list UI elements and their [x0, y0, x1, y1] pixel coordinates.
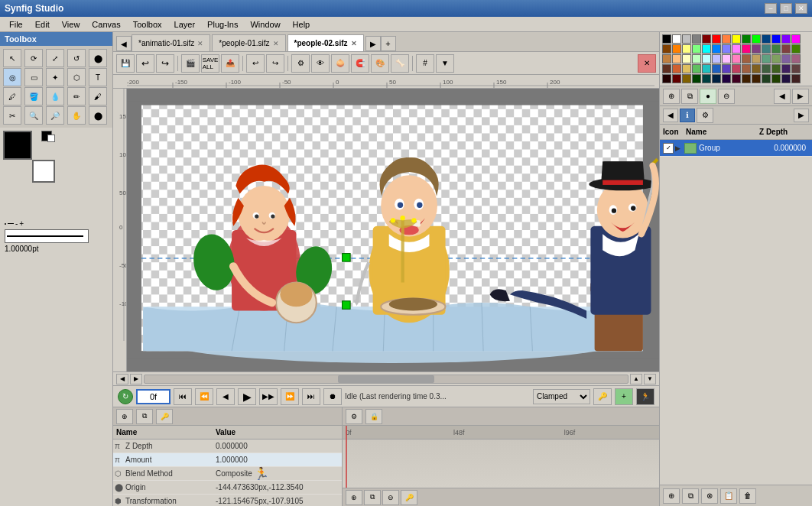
layer-info-btn[interactable]: ℹ [680, 109, 695, 122]
swatch-orange[interactable] [722, 34, 731, 44]
swatch-moss[interactable] [791, 44, 801, 54]
param-row-blend[interactable]: ⬡ Blend Method Composite 🏃 [113, 467, 342, 481]
swatch-vdarkred2[interactable] [791, 74, 801, 83]
swatch-maroon[interactable] [702, 34, 711, 44]
tool-brush[interactable]: 🖌 [89, 87, 107, 105]
rt-circle-btn[interactable]: ● [700, 89, 716, 104]
swatch-dustbrown[interactable] [791, 64, 801, 73]
color-picker-btn[interactable]: 🎨 [371, 54, 389, 73]
swatch-red[interactable] [712, 34, 721, 44]
anim-mode-btn[interactable]: 🏃 [636, 388, 654, 405]
properties-btn[interactable]: ⚙ [291, 54, 310, 73]
swatch-fern[interactable] [771, 64, 781, 73]
swatch-vdarkred[interactable] [662, 74, 671, 83]
tab-nav-forward[interactable]: ▶ [365, 36, 381, 51]
swatch-sienna[interactable] [742, 54, 751, 63]
swatch-ltpurple[interactable] [722, 44, 731, 54]
rt-add-btn[interactable]: ⊕ [663, 89, 680, 104]
swatch-yellow[interactable] [732, 34, 741, 44]
scroll-right-btn[interactable]: ▶ [130, 374, 142, 384]
swatch-bronze[interactable] [752, 64, 761, 73]
swatch-green[interactable] [742, 34, 751, 44]
next-frame-btn[interactable]: ▶▶ [259, 388, 278, 405]
menu-help[interactable]: Help [287, 18, 317, 31]
swatch-cornblue[interactable] [712, 64, 721, 73]
swatch-ltyellow[interactable] [682, 44, 691, 54]
menu-canvas[interactable]: Canvas [86, 18, 126, 31]
rt-nav-back[interactable]: ◀ [774, 89, 791, 104]
skip-end-btn[interactable]: ⏭ [302, 388, 320, 405]
rt-nav-fwd[interactable]: ▶ [792, 89, 809, 104]
keyframe-btn[interactable]: 🔑 [593, 388, 612, 405]
layer-nav-back[interactable]: ◀ [663, 109, 678, 122]
plus-icon[interactable]: + [19, 219, 24, 228]
tool-feather[interactable]: 🖊 [3, 87, 21, 105]
swatch-hotpink[interactable] [742, 44, 751, 54]
rp-merge-btn[interactable]: ⊗ [701, 488, 718, 504]
record-btn[interactable]: ⏺ [323, 388, 342, 405]
rp-paste-btn[interactable]: 📋 [720, 488, 737, 504]
render-all-btn[interactable]: SAVEALL [201, 54, 219, 73]
swatch-mauve[interactable] [791, 54, 801, 63]
tool-zoom-out[interactable]: 🔎 [46, 106, 64, 125]
swatch-teal[interactable] [762, 44, 771, 54]
tl-dup-btn[interactable]: ⧉ [364, 490, 381, 505]
swatch-gray[interactable] [692, 34, 701, 44]
v-scroll-up[interactable]: ▲ [630, 374, 642, 384]
swatch-vdarkgrn[interactable] [762, 74, 771, 83]
undo-btn[interactable]: ↩ [136, 54, 154, 73]
param-row-transform[interactable]: ⬢ Transformation -121.154675px,-107.9105 [113, 495, 342, 506]
tool-sketch[interactable]: ✏ [67, 87, 86, 105]
swatch-rose[interactable] [732, 54, 741, 63]
swatch-sage[interactable] [771, 54, 781, 63]
swatch-blue[interactable] [771, 34, 781, 44]
swatch-dustyrose[interactable] [781, 44, 791, 54]
swatch-medgreen[interactable] [692, 64, 701, 73]
swatch-purple[interactable] [781, 34, 791, 44]
prev-frame-btn[interactable]: ◀ [216, 388, 235, 405]
swatch-vdarkrose[interactable] [732, 74, 741, 83]
swatch-gold[interactable] [682, 64, 691, 73]
skip-start-btn[interactable]: ⏮ [174, 388, 192, 405]
swatch-ltcyan[interactable] [702, 54, 711, 63]
rt-dup-btn[interactable]: ⧉ [681, 89, 698, 104]
tab-animatic-close[interactable]: ✕ [197, 40, 203, 47]
canvas-drawing-area[interactable] [127, 89, 659, 371]
swatch-seagreen[interactable] [762, 54, 771, 63]
swatch-darkyellow[interactable] [682, 74, 691, 83]
tl-lock-btn[interactable]: 🔒 [365, 409, 382, 424]
view-btn[interactable]: 👁 [311, 54, 330, 73]
tool-rectangle[interactable]: ▭ [24, 68, 43, 86]
tool-node[interactable]: ⬤ [89, 106, 107, 125]
rp-add-btn[interactable]: ⊕ [663, 488, 680, 504]
export-btn[interactable]: 📤 [221, 54, 239, 73]
menu-file[interactable]: File [3, 18, 29, 31]
swatch-mint[interactable] [692, 54, 701, 63]
horizontal-scrollbar[interactable] [144, 375, 628, 384]
tool-pan[interactable]: ✋ [67, 106, 86, 125]
swatch-peach[interactable] [672, 54, 681, 63]
tool-mirror[interactable]: ⬤ [89, 49, 107, 67]
layer-visibility-checkbox[interactable]: ✓ [663, 143, 674, 154]
tl-add-btn[interactable]: ⊕ [346, 490, 362, 505]
tool-rotate[interactable]: ↺ [67, 49, 86, 67]
swatch-hunter[interactable] [762, 64, 771, 73]
swatch-white[interactable] [672, 34, 681, 44]
bone-btn[interactable]: 🦴 [391, 54, 409, 73]
grid-options-btn[interactable]: ▼ [436, 54, 454, 73]
menu-window[interactable]: Window [244, 18, 286, 31]
tool-eyedrop[interactable]: 💧 [46, 87, 64, 105]
tl-del-btn[interactable]: ⊖ [382, 490, 399, 505]
swatch-vdarkcyan[interactable] [702, 74, 711, 83]
play-btn[interactable]: ▶ [238, 388, 256, 405]
swatch-medcyan[interactable] [702, 64, 711, 73]
tool-smooth-move[interactable]: ⟳ [24, 49, 43, 67]
v-scroll-down[interactable]: ▼ [644, 374, 656, 384]
swatch-brown[interactable] [662, 44, 671, 54]
tab-animatic[interactable]: *animatic-01.sifz ✕ [132, 34, 210, 51]
redo2-btn[interactable]: ↪ [266, 54, 284, 73]
foreground-color[interactable] [3, 131, 32, 160]
swatch-lime[interactable] [752, 34, 761, 44]
param-row-amount[interactable]: π Amount 1.000000 [113, 453, 342, 467]
layer-nav-fwd[interactable]: ▶ [794, 109, 809, 122]
